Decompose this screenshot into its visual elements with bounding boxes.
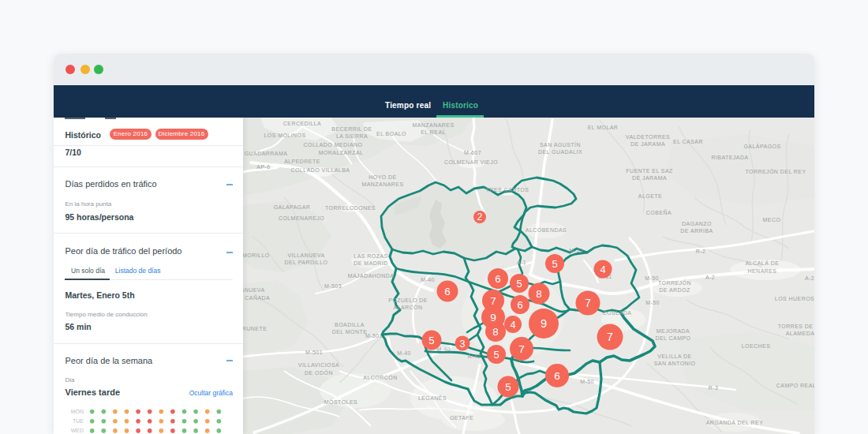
svg-text:DEL CAMPO: DEL CAMPO xyxy=(655,335,690,341)
svg-text:COBEÑA: COBEÑA xyxy=(646,209,672,215)
svg-text:MANZANARES: MANZANARES xyxy=(412,122,454,128)
svg-text:2: 2 xyxy=(477,211,483,223)
svg-text:7: 7 xyxy=(490,295,496,307)
svg-text:VALDEMORILLO: VALDEMORILLO xyxy=(243,253,270,258)
svg-text:7: 7 xyxy=(518,343,525,355)
svg-text:WED: WED xyxy=(71,428,84,433)
svg-text:MAJADAHONDA: MAJADAHONDA xyxy=(348,273,395,279)
svg-text:ALARCÓN: ALARCÓN xyxy=(394,304,423,310)
svg-text:COLLADO VILLALBA: COLLADO VILLALBA xyxy=(291,167,350,173)
svg-text:DEL GUADALIX: DEL GUADALIX xyxy=(538,149,582,155)
svg-text:COLLADO MEDIANO: COLLADO MEDIANO xyxy=(304,142,363,148)
svg-text:7: 7 xyxy=(585,297,591,309)
svg-text:R-3: R-3 xyxy=(709,385,719,391)
svg-text:MANZANARES: MANZANARES xyxy=(361,181,403,187)
svg-text:5: 5 xyxy=(428,335,434,346)
svg-text:DEL PARDILLO: DEL PARDILLO xyxy=(285,260,328,265)
svg-text:COSLADA: COSLADA xyxy=(603,310,632,316)
svg-text:M-50: M-50 xyxy=(645,300,660,305)
svg-text:TUE: TUE xyxy=(73,418,84,424)
svg-text:7: 7 xyxy=(607,331,613,343)
svg-text:DE MADRID: DE MADRID xyxy=(354,260,387,266)
svg-text:3: 3 xyxy=(460,339,466,350)
svg-text:DE ARDOZ: DE ARDOZ xyxy=(659,287,690,293)
svg-text:ALAMEDA: ALAMEDA xyxy=(786,331,814,336)
svg-text:DAGANZO: DAGANZO xyxy=(682,221,712,226)
svg-text:6: 6 xyxy=(517,299,522,311)
svg-text:COLMENAR VIEJO: COLMENAR VIEJO xyxy=(444,159,498,165)
svg-text:MORALZARZAL: MORALZARZAL xyxy=(319,150,364,155)
svg-text:VILLANUEVA: VILLANUEVA xyxy=(287,253,324,258)
svg-text:5: 5 xyxy=(493,349,499,361)
svg-text:A-42: A-42 xyxy=(468,354,481,359)
svg-text:EL MOLAR: EL MOLAR xyxy=(588,125,619,130)
svg-text:DE JARAMA: DE JARAMA xyxy=(632,175,667,181)
svg-text:ARGANDA DEL REY: ARGANDA DEL REY xyxy=(706,420,764,425)
svg-text:LOS HUEROS: LOS HUEROS xyxy=(775,296,814,301)
svg-text:6: 6 xyxy=(444,286,450,297)
svg-text:BECERRIL DE: BECERRIL DE xyxy=(331,126,372,132)
svg-text:6: 6 xyxy=(554,370,560,382)
svg-text:R-2: R-2 xyxy=(696,249,706,254)
svg-text:M-607: M-607 xyxy=(464,150,481,155)
svg-text:LOECHES: LOECHES xyxy=(742,343,771,349)
svg-text:9: 9 xyxy=(541,317,547,330)
svg-text:GETAFE: GETAFE xyxy=(450,415,473,421)
svg-text:CERCEDILLA: CERCEDILLA xyxy=(283,121,321,126)
svg-text:BRUNETE: BRUNETE xyxy=(243,326,267,331)
svg-text:VELILLA DE: VELILLA DE xyxy=(657,354,691,359)
svg-text:MÓSTOLES: MÓSTOLES xyxy=(324,398,357,405)
svg-text:A-2: A-2 xyxy=(705,275,715,280)
svg-text:TORREJÓN: TORREJÓN xyxy=(658,279,691,286)
svg-text:TRES CANTOS: TRES CANTOS xyxy=(486,187,529,193)
svg-text:LOS MOLINOS: LOS MOLINOS xyxy=(264,133,305,138)
svg-text:M-501: M-501 xyxy=(305,350,323,355)
svg-text:LAS ROZAS: LAS ROZAS xyxy=(354,253,387,259)
svg-text:EL REAL: EL REAL xyxy=(421,129,446,135)
svg-text:MECO: MECO xyxy=(763,217,781,223)
svg-text:TORRELODONES: TORRELODONES xyxy=(325,205,376,211)
svg-text:AP-6: AP-6 xyxy=(256,164,270,170)
svg-text:FUENTE EL SAZ: FUENTE EL SAZ xyxy=(626,168,673,174)
svg-text:ALGETE: ALGETE xyxy=(638,193,662,199)
svg-text:A-2: A-2 xyxy=(805,275,814,281)
svg-text:DE LA CAÑADA: DE LA CAÑADA xyxy=(243,294,270,301)
svg-text:ALCORCÓN: ALCORCÓN xyxy=(363,374,397,380)
svg-text:VILLAVICIOSA: VILLAVICIOSA xyxy=(298,362,339,368)
svg-text:ALPEDRETE: ALPEDRETE xyxy=(284,159,320,164)
svg-text:ALCALÁ DE: ALCALÁ DE xyxy=(746,260,780,266)
svg-text:6: 6 xyxy=(495,273,500,285)
svg-text:LA SIERRA: LA SIERRA xyxy=(336,133,368,139)
svg-text:RIBATEJADA: RIBATEJADA xyxy=(711,155,748,160)
svg-text:4: 4 xyxy=(510,319,515,331)
svg-text:HOYO DE: HOYO DE xyxy=(369,174,396,180)
svg-text:HENARES: HENARES xyxy=(748,268,777,274)
svg-text:M-40: M-40 xyxy=(436,346,451,352)
svg-text:8: 8 xyxy=(492,326,498,338)
svg-text:8: 8 xyxy=(536,288,541,300)
svg-text:VALDETORRES: VALDETORRES xyxy=(626,134,670,140)
svg-text:M-503: M-503 xyxy=(324,283,342,289)
svg-text:POZUELO DE: POZUELO DE xyxy=(388,297,428,303)
svg-text:DE ARRIBA: DE ARRIBA xyxy=(680,228,713,234)
svg-text:VILLANUEVA: VILLANUEVA xyxy=(243,287,265,293)
svg-text:EL CASAR: EL CASAR xyxy=(673,139,703,144)
svg-text:M-50: M-50 xyxy=(580,379,594,384)
svg-text:TORRES DE LA: TORRES DE LA xyxy=(778,324,814,329)
svg-text:SAN AGUSTÍN: SAN AGUSTÍN xyxy=(540,141,581,148)
svg-text:MEJORADA: MEJORADA xyxy=(657,328,690,334)
svg-text:DE JARAMA: DE JARAMA xyxy=(630,141,665,147)
svg-text:MON: MON xyxy=(71,409,84,414)
svg-text:LEGANÉS: LEGANÉS xyxy=(418,395,447,401)
svg-text:A-1: A-1 xyxy=(517,260,526,265)
svg-text:M-40: M-40 xyxy=(421,277,435,282)
svg-text:DE ODÓN: DE ODÓN xyxy=(305,369,333,376)
svg-text:GUADARRAMA: GUADARRAMA xyxy=(245,151,288,156)
svg-text:COLMENAREJO: COLMENAREJO xyxy=(279,215,324,221)
svg-text:CAMPO REAL: CAMPO REAL xyxy=(776,383,814,388)
svg-text:M-50: M-50 xyxy=(645,275,659,281)
svg-text:M-501: M-501 xyxy=(365,333,383,339)
svg-text:5: 5 xyxy=(516,278,522,290)
svg-text:5: 5 xyxy=(552,258,557,270)
svg-text:TORREJÓN DEL REY: TORREJÓN DEL REY xyxy=(745,168,806,174)
